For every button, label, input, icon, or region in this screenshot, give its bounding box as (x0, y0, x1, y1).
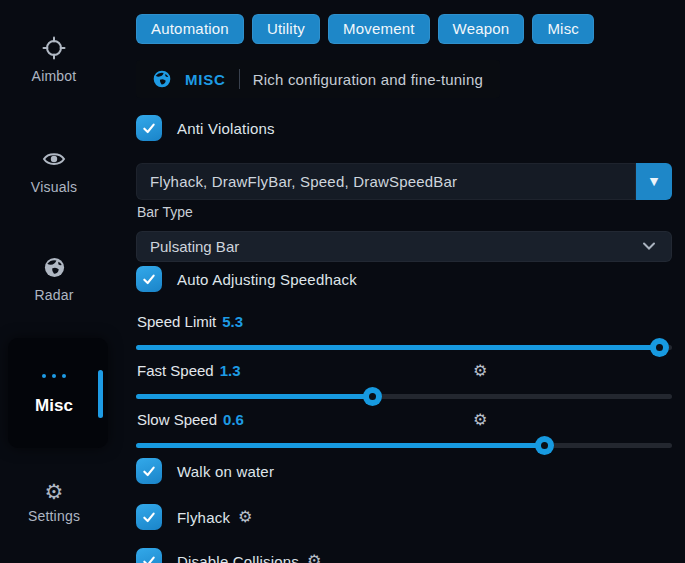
checkbox-checked-icon[interactable] (136, 458, 162, 484)
checkbox-label: Disable Collisions (177, 553, 299, 563)
section-title: MISC (185, 71, 226, 88)
checkbox-checked-icon[interactable] (136, 548, 162, 563)
speed-limit-slider[interactable] (136, 338, 672, 357)
feature-multiselect-open-button[interactable]: ▼ (636, 163, 672, 200)
eye-icon (0, 147, 108, 174)
slow-speed-value: 0.6 (223, 411, 244, 428)
dropdown-triangle-icon: ▼ (650, 175, 658, 188)
sidebar-item-radar[interactable]: Radar (0, 256, 108, 304)
sidebar-item-aimbot[interactable]: Aimbot (0, 36, 108, 85)
crosshair-icon (0, 36, 108, 63)
feature-multiselect: Flyhack, DrawFlyBar, Speed, DrawSpeedBar… (136, 163, 672, 200)
globe-icon (0, 256, 108, 282)
checkbox-label: Walk on water (177, 463, 274, 480)
slider-fill (136, 345, 660, 350)
walk-on-water-checkbox-row[interactable]: Walk on water (136, 458, 274, 484)
checkbox-label: Anti Violations (177, 120, 275, 137)
slow-speed-gear-icon[interactable]: ⚙ (473, 412, 487, 428)
tab-movement[interactable]: Movement (328, 14, 430, 44)
checkbox-checked-icon[interactable] (136, 115, 162, 141)
divider (239, 69, 240, 89)
fast-speed-slider[interactable] (136, 387, 672, 406)
ellipsis-icon (8, 374, 100, 378)
section-subtitle: Rich configuration and fine-tuning (253, 71, 483, 88)
sidebar-item-label: Misc (8, 396, 100, 416)
sidebar-item-label: Settings (28, 508, 80, 524)
slow-speed-label: Slow Speed0.6 (137, 411, 244, 429)
chevron-down-icon (642, 241, 656, 251)
slow-speed-slider[interactable] (136, 436, 672, 455)
selected-accent-bar (98, 370, 103, 418)
bar-type-value: Pulsating Bar (150, 238, 239, 255)
slider-handle[interactable] (363, 387, 382, 406)
gear-icon: ⚙ (0, 482, 108, 503)
disable-collisions-checkbox-row[interactable]: Disable Collisions ⚙ (136, 548, 322, 563)
sidebar-item-misc-selected[interactable]: Misc (8, 338, 108, 448)
bar-type-label: Bar Type (137, 204, 193, 220)
sidebar-item-label: Radar (34, 287, 73, 303)
checkbox-checked-icon[interactable] (136, 504, 162, 530)
tab-utility[interactable]: Utility (252, 14, 320, 44)
fast-speed-value: 1.3 (220, 362, 241, 379)
section-header: MISC Rich configuration and fine-tuning (136, 60, 500, 98)
slider-handle[interactable] (535, 436, 554, 455)
flyhack-checkbox-row[interactable]: Flyhack ⚙ (136, 504, 253, 530)
feature-multiselect-value[interactable]: Flyhack, DrawFlyBar, Speed, DrawSpeedBar (136, 163, 636, 200)
bar-type-select[interactable]: Pulsating Bar (136, 231, 672, 262)
checkbox-label: Flyhack (177, 509, 230, 526)
sidebar-item-label: Aimbot (32, 68, 77, 84)
checkbox-label: Auto Adjusting Speedhack (177, 271, 357, 288)
fast-speed-label: Fast Speed1.3 (137, 362, 241, 380)
fast-speed-gear-icon[interactable]: ⚙ (473, 363, 487, 379)
cheat-menu-window: Aimbot Visuals Radar (0, 0, 685, 563)
slider-fill (136, 394, 373, 399)
disable-collisions-gear-icon[interactable]: ⚙ (307, 553, 322, 563)
anti-violations-checkbox-row[interactable]: Anti Violations (136, 115, 275, 141)
flyhack-gear-icon[interactable]: ⚙ (238, 509, 253, 525)
tab-weapon[interactable]: Weapon (438, 14, 525, 44)
speed-limit-label: Speed Limit5.3 (137, 313, 243, 331)
category-tabs: Automation Utility Movement Weapon Misc (136, 14, 594, 44)
checkbox-checked-icon[interactable] (136, 266, 162, 292)
slider-fill (136, 443, 545, 448)
sidebar-item-visuals[interactable]: Visuals (0, 147, 108, 196)
speed-limit-value: 5.3 (222, 313, 243, 330)
auto-adjusting-speedhack-checkbox-row[interactable]: Auto Adjusting Speedhack (136, 266, 357, 292)
sidebar-item-settings[interactable]: ⚙ Settings (0, 482, 108, 525)
sidebar-item-label: Visuals (31, 179, 77, 195)
globe-icon (152, 69, 172, 89)
slider-handle[interactable] (650, 338, 669, 357)
tab-misc[interactable]: Misc (532, 14, 594, 44)
tab-automation[interactable]: Automation (136, 14, 244, 44)
